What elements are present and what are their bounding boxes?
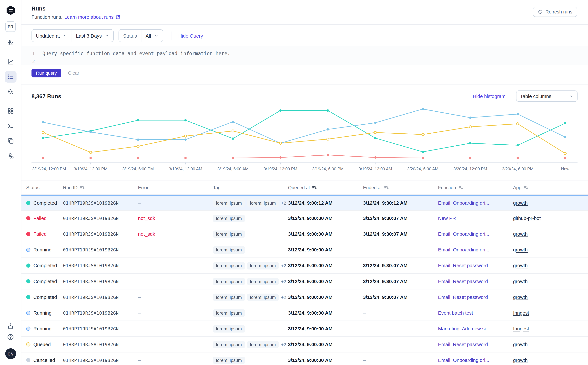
app-link[interactable]: growth: [513, 279, 528, 284]
time-range-dropdown[interactable]: Last 3 Days: [71, 30, 113, 42]
svg-text:3/20/24, 6:00 AM: 3/20/24, 6:00 AM: [407, 167, 438, 171]
cake-icon[interactable]: [7, 322, 14, 329]
error-cell: –: [138, 200, 213, 206]
queued-at-cell: 3/12/24, 9:00:00 AM: [288, 294, 363, 300]
sidebar-item-docs-copy[interactable]: [5, 135, 16, 147]
column-label: Tag: [213, 185, 220, 190]
table-row[interactable]: Running01HRPT19RJSA1019B2GN–lorem: ipsum…: [21, 321, 588, 337]
sidebar-item-code-search[interactable]: [5, 86, 16, 98]
column-header-ended-at[interactable]: Ended at: [363, 185, 438, 190]
app-link[interactable]: growth: [513, 294, 528, 300]
table-row[interactable]: Completed01HRPT19RJSA1019B2GN–lorem: ips…: [21, 195, 588, 211]
column-label: Run ID: [63, 185, 78, 190]
status-label: Failed: [34, 231, 47, 237]
app-cell: growth: [513, 279, 588, 284]
column-header-queued-at[interactable]: Queued at: [288, 185, 363, 190]
sidebar-item-events-terminal[interactable]: [5, 120, 16, 132]
table-row[interactable]: Queued01HRPT19RJSA1019B2GN–lorem: ipsuml…: [21, 337, 588, 352]
app-link[interactable]: growth: [513, 200, 528, 206]
function-link[interactable]: Email: Reset password: [438, 279, 488, 284]
env-badge[interactable]: PR: [5, 21, 16, 32]
table-row[interactable]: Cancelled01HRPT19RJSA1019B2GN–lorem: ips…: [21, 352, 588, 365]
app-cell: Inngest: [513, 310, 588, 316]
app-cell: growth: [513, 357, 588, 363]
ended-at-cell: –: [363, 357, 438, 363]
function-link[interactable]: Email: Onboarding dri...: [438, 231, 489, 237]
table-columns-select[interactable]: Table columns: [516, 91, 577, 102]
function-link[interactable]: Email: Onboarding dri...: [438, 247, 489, 253]
function-link[interactable]: Email: Onboarding dri...: [438, 357, 489, 363]
app-cell: growth: [513, 231, 588, 237]
help-icon[interactable]: [7, 333, 14, 341]
function-link[interactable]: Email: Reset password: [438, 263, 488, 268]
extra-tags-count: +2: [281, 200, 286, 205]
status-filter-label: Status: [119, 30, 141, 42]
app-link[interactable]: Inngest: [513, 326, 529, 331]
learn-more-link[interactable]: Learn more about runs: [64, 14, 114, 20]
function-cell: Email: Onboarding dri...: [438, 247, 513, 253]
function-link[interactable]: Event batch test: [438, 310, 473, 316]
run-query-button[interactable]: Run query: [32, 69, 61, 77]
tag-cell: lorem: ipsum: [213, 246, 288, 253]
app-link[interactable]: growth: [513, 231, 528, 237]
tag-cell: lorem: ipsumlorem: ipsum+2: [213, 293, 288, 301]
extra-tags-count: +2: [281, 342, 286, 347]
column-header-function[interactable]: Function: [438, 185, 513, 190]
runs-page: PR CN Runs Function runs. Learn more abo…: [0, 0, 588, 365]
time-range-label: Last 3 Days: [76, 33, 102, 38]
app-link[interactable]: github-pr-bot: [513, 216, 541, 221]
refresh-runs-label: Refresh runs: [546, 9, 572, 14]
column-header-app[interactable]: App: [513, 185, 588, 190]
table-row[interactable]: Failed01HRPT19RJSA1019B2GNnot_sdklorem: …: [21, 211, 588, 226]
app-cell: github-pr-bot: [513, 216, 588, 221]
user-avatar[interactable]: CN: [5, 348, 16, 359]
function-link[interactable]: Email: Reset password: [438, 294, 488, 300]
tag-badge: lorem: ipsum: [213, 309, 245, 317]
table-row[interactable]: Running01HRPT19RJSA1019B2GN–lorem: ipsum…: [21, 242, 588, 258]
function-link[interactable]: New PR: [438, 216, 456, 221]
table-row[interactable]: Failed01HRPT19RJSA1019B2GNnot_sdklorem: …: [21, 226, 588, 242]
app-cell: growth: [513, 342, 588, 347]
filter-divider: [171, 31, 171, 40]
table-row[interactable]: Running01HRPT19RJSA1019B2GN–lorem: ipsum…: [21, 305, 588, 321]
function-link[interactable]: Marketing: Add new si...: [438, 326, 490, 331]
query-editor[interactable]: 1 Query specific function data and event…: [21, 46, 588, 65]
column-header-run-id[interactable]: Run ID: [63, 185, 138, 190]
status-dot-failed: [26, 216, 30, 220]
refresh-runs-button[interactable]: Refresh runs: [533, 7, 577, 17]
app-logo[interactable]: [5, 5, 16, 16]
app-link[interactable]: growth: [513, 247, 528, 253]
status-dot-cancelled: [26, 358, 30, 362]
status-dot-completed: [26, 279, 30, 283]
hide-histogram-link[interactable]: Hide histogram: [473, 93, 506, 99]
table-row[interactable]: Completed01HRPT19RJSA1019B2GN–lorem: ips…: [21, 274, 588, 289]
clear-query-button[interactable]: Clear: [68, 70, 79, 76]
error-cell: –: [138, 357, 213, 363]
sidebar-item-runs-list[interactable]: [5, 71, 16, 83]
runs-summary-row: 8,367 Runs Hide histogram Table columns: [21, 91, 588, 102]
sidebar-item-sliders[interactable]: [5, 37, 16, 49]
status-dot-running: [26, 311, 30, 315]
status-filter-dropdown[interactable]: All: [141, 30, 163, 42]
time-field-dropdown[interactable]: Updated at: [32, 30, 71, 42]
sidebar-item-apps-grid[interactable]: [5, 105, 16, 117]
sidebar-item-metrics-chart[interactable]: [5, 56, 16, 68]
sidebar-item-webhook[interactable]: [5, 150, 16, 162]
tag-badge: lorem: ipsum: [213, 199, 245, 207]
app-link[interactable]: growth: [513, 263, 528, 268]
ended-at-cell: 3/12/24, 9:30:07 AM: [363, 279, 438, 284]
app-link[interactable]: growth: [513, 342, 528, 347]
ended-at-cell: 3/12/24, 9:30:07 AM: [363, 231, 438, 237]
ended-at-cell: 3/12/24, 9:30:07 AM: [363, 263, 438, 268]
function-link[interactable]: Email: Onboarding dri...: [438, 200, 489, 206]
status-dot-completed: [26, 264, 30, 268]
app-link[interactable]: growth: [513, 357, 528, 363]
hide-query-link[interactable]: Hide Query: [178, 33, 203, 38]
app-cell: Inngest: [513, 326, 588, 331]
status-cell: Completed: [26, 200, 63, 206]
table-row[interactable]: Completed01HRPT19RJSA1019B2GN–lorem: ips…: [21, 258, 588, 274]
function-link[interactable]: Email: Reset password: [438, 342, 488, 347]
ended-at-cell: 3/12/24, 9:30:07 AM: [363, 294, 438, 300]
table-row[interactable]: Completed01HRPT19RJSA1019B2GN–lorem: ips…: [21, 289, 588, 305]
app-link[interactable]: Inngest: [513, 310, 529, 316]
